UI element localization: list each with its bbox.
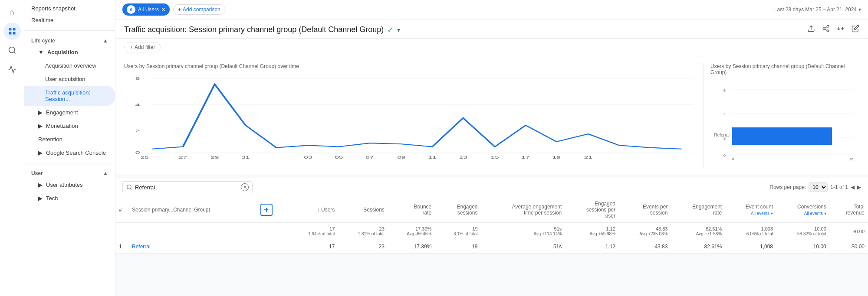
sidebar-item-monetization[interactable]: ▶ Monetization bbox=[24, 119, 115, 133]
col-bounce-rate-label: Bouncerate bbox=[414, 204, 432, 216]
prev-page-icon[interactable]: ◀ bbox=[851, 184, 855, 190]
col-header-rank: # bbox=[115, 197, 128, 223]
add-column-button[interactable]: + bbox=[260, 204, 273, 216]
report-title-chevron-icon[interactable]: ▾ bbox=[397, 26, 400, 33]
col-header-engaged-sessions[interactable]: Engagedsessions bbox=[435, 197, 481, 223]
col-channel-label: Session primary...Channel Group) bbox=[132, 207, 210, 213]
subtotal-engaged-sessions: 19 3.1% of total bbox=[435, 223, 481, 240]
subtotal-sessions-pct: 1.81% of total bbox=[342, 231, 385, 236]
sidebar-section-lifecycle[interactable]: Life cycle ▲ bbox=[24, 34, 115, 46]
svg-text:6: 6 bbox=[723, 88, 726, 93]
sidebar-item-retention[interactable]: Retention bbox=[24, 133, 115, 146]
col-header-engagement-rate[interactable]: Engagementrate bbox=[671, 197, 725, 223]
subtotal-rank bbox=[115, 223, 128, 240]
col-header-conversions[interactable]: Conversions All events ▾ bbox=[776, 197, 830, 223]
top-bar: A All Users ✕ + Add comparison Last 28 d… bbox=[115, 0, 868, 20]
col-header-avg-engagement[interactable]: Average engagementtime per session bbox=[481, 197, 566, 223]
sidebar-section-lifecycle-label: Life cycle bbox=[31, 38, 55, 44]
engagement-label: Engagement bbox=[46, 109, 78, 116]
sidebar-item-engagement[interactable]: ▶ Engagement bbox=[24, 106, 115, 119]
sidebar-item-acquisition[interactable]: ▼ Acquisition bbox=[24, 46, 115, 59]
col-header-engaged-per-user[interactable]: Engagedsessions peruser bbox=[565, 197, 619, 223]
search-box[interactable]: ✕ bbox=[122, 181, 253, 193]
export-icon[interactable] bbox=[807, 25, 815, 35]
date-range-text: Last 28 days Mar 25 – Apr 21, 2024 bbox=[774, 7, 857, 13]
user-chip-close-icon[interactable]: ✕ bbox=[161, 7, 165, 13]
explore-nav-icon[interactable] bbox=[3, 42, 21, 59]
rows-per-page: Rows per page: 10 25 50 1-1 of 1 ◀ ▶ bbox=[769, 182, 861, 192]
filter-bar: + Add filter bbox=[115, 39, 868, 56]
retention-label: Retention bbox=[38, 136, 62, 143]
chevron-up-icon-2: ▲ bbox=[103, 170, 108, 176]
col-conversions-label: Conversions bbox=[797, 204, 826, 210]
clear-search-button[interactable]: ✕ bbox=[241, 183, 249, 191]
subtotal-users-pct: 1.94% of total bbox=[292, 231, 335, 236]
subtotal-spacer bbox=[255, 223, 289, 240]
row-engagement-rate: 82.61% bbox=[671, 240, 725, 254]
share-icon[interactable] bbox=[822, 25, 830, 35]
subtotal-bounce-rate-value: 17.39% bbox=[391, 226, 431, 231]
subtotal-engaged-per-user-value: 1.12 bbox=[569, 226, 615, 231]
sidebar-divider bbox=[24, 30, 115, 31]
table-row: 1 Referral 17 23 17.39% 19 51s 1.12 43.8… bbox=[115, 240, 868, 254]
subtotal-engagement-rate-pct: Avg +71.56% bbox=[674, 231, 722, 236]
plus-icon: + bbox=[178, 7, 181, 13]
subtotal-sessions: 23 1.81% of total bbox=[338, 223, 388, 240]
col-header-sessions[interactable]: Sessions bbox=[338, 197, 388, 223]
col-header-total-revenue[interactable]: Totalrevenue bbox=[830, 197, 868, 223]
col-event-count-label: Event count bbox=[746, 204, 773, 210]
sidebar-item-realtime[interactable]: Realtime bbox=[24, 13, 115, 27]
subtotal-bounce-rate-pct: Avg -66.46% bbox=[391, 231, 431, 236]
add-filter-button[interactable]: + Add filter bbox=[124, 42, 161, 52]
rows-per-page-select[interactable]: 10 25 50 bbox=[809, 182, 828, 192]
col-header-event-count[interactable]: Event count All events ▾ bbox=[725, 197, 776, 223]
charts-section: Users by Session primary channel group (… bbox=[115, 56, 868, 174]
svg-line-11 bbox=[825, 27, 827, 28]
add-comparison-button[interactable]: + Add comparison bbox=[173, 4, 225, 15]
sidebar-item-tech[interactable]: ▶ Tech bbox=[24, 192, 115, 205]
user-chip[interactable]: A All Users ✕ bbox=[122, 3, 170, 16]
report-actions bbox=[807, 25, 859, 35]
col-header-bounce-rate[interactable]: Bouncerate bbox=[388, 197, 435, 223]
col-avg-engagement-label: Average engagementtime per session bbox=[512, 204, 562, 216]
tech-label: Tech bbox=[46, 195, 58, 202]
col-header-users[interactable]: ↓ Users bbox=[289, 197, 339, 223]
compare-icon[interactable] bbox=[837, 25, 845, 35]
svg-text:25: 25 bbox=[141, 155, 149, 159]
bar-chart-container: Users by Session primary channel group (… bbox=[703, 63, 859, 167]
sidebar-section-user[interactable]: User ▲ bbox=[24, 167, 115, 178]
svg-text:29: 29 bbox=[210, 155, 219, 159]
chevron-down-icon: ▼ bbox=[38, 49, 44, 55]
expand-tech-icon: ▶ bbox=[38, 195, 43, 202]
row-avg-engagement: 51s bbox=[481, 240, 566, 254]
sidebar-item-traffic-acquisition[interactable]: Traffic acquisition: Session... bbox=[24, 86, 115, 106]
date-range[interactable]: Last 28 days Mar 25 – Apr 21, 2024 ▾ bbox=[774, 7, 861, 13]
subtotal-event-count: 1,008 6.06% of total bbox=[725, 223, 776, 240]
search-input[interactable] bbox=[135, 184, 238, 191]
conversions-dropdown[interactable]: All events ▾ bbox=[804, 211, 826, 216]
expand-engagement-icon: ▶ bbox=[38, 109, 43, 116]
line-chart-container: Users by Session primary channel group (… bbox=[124, 63, 703, 167]
table-section: ✕ Rows per page: 10 25 50 1-1 of 1 ◀ ▶ bbox=[115, 178, 868, 254]
subtotal-avg-engagement-value: 51s bbox=[485, 226, 562, 231]
reports-nav-icon[interactable] bbox=[3, 23, 21, 40]
col-header-channel[interactable]: Session primary...Channel Group) bbox=[128, 197, 255, 223]
subtotal-engaged-per-user: 1.12 Avg +59.98% bbox=[565, 223, 619, 240]
home-nav-icon[interactable]: ⌂ bbox=[3, 3, 21, 21]
edit-icon[interactable] bbox=[852, 25, 859, 35]
col-header-events-per-session[interactable]: Events persession bbox=[619, 197, 671, 223]
sidebar-item-acquisition-overview[interactable]: Acquisition overview bbox=[24, 59, 115, 72]
row-channel[interactable]: Referral bbox=[128, 240, 255, 254]
sidebar-item-user-attributes[interactable]: ▶ User attributes bbox=[24, 178, 115, 192]
event-count-dropdown[interactable]: All events ▾ bbox=[751, 211, 773, 216]
referral-link[interactable]: Referral bbox=[132, 244, 151, 250]
sidebar-item-user-acquisition[interactable]: User acquisition bbox=[24, 72, 115, 86]
report-title-text: Traffic acquisition: Session primary cha… bbox=[124, 25, 384, 34]
next-page-icon[interactable]: ▶ bbox=[857, 184, 861, 190]
advertising-nav-icon[interactable] bbox=[3, 61, 21, 78]
row-conversions: 10.00 bbox=[776, 240, 830, 254]
sidebar-item-google-search-console[interactable]: ▶ Google Search Console bbox=[24, 146, 115, 159]
subtotal-avg-engagement-pct: Avg +114.14% bbox=[485, 231, 562, 236]
col-add-button-header[interactable]: + bbox=[255, 197, 289, 223]
col-total-revenue-label: Totalrevenue bbox=[846, 204, 865, 216]
